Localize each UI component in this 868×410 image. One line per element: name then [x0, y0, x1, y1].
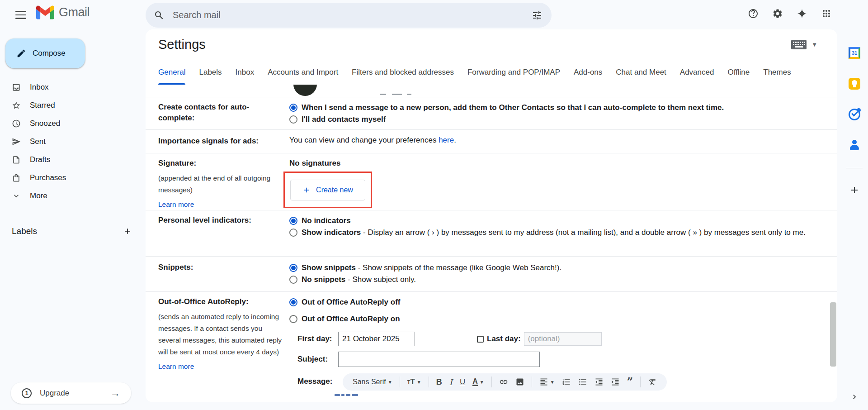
create-new-label: Create new [316, 186, 353, 194]
arrow-right-icon: → [110, 387, 120, 399]
row-personal-level-indicators: Personal level indicators: No indicators… [146, 210, 837, 257]
row-snippets: Snippets: Show snippets - Show snippets … [146, 257, 837, 292]
row-label: Snippets: [158, 263, 193, 272]
last-day-input[interactable] [524, 332, 602, 346]
row-description: (sends an automated reply to incoming me… [158, 311, 285, 358]
contacts-icon[interactable] [845, 136, 863, 154]
learn-more-link[interactable]: Learn more [158, 362, 194, 371]
tab-inbox[interactable]: Inbox [236, 60, 255, 85]
text-color-icon[interactable]: A▼ [470, 375, 486, 389]
sidebar-item-sent[interactable]: Sent [0, 133, 140, 151]
numbered-list-icon[interactable] [559, 375, 574, 389]
learn-more-link[interactable]: Learn more [158, 200, 194, 209]
upgrade-button[interactable]: 1 Upgrade → [11, 382, 131, 404]
tune-icon[interactable] [527, 5, 547, 25]
formatting-toolbar: Sans Serif▼ TT▼ B I U A▼ ▼ [343, 373, 667, 391]
tasks-icon[interactable] [845, 105, 863, 124]
sidebar-item-label: Inbox [30, 83, 49, 92]
gemini-icon[interactable] [792, 4, 812, 24]
tab-general[interactable]: General [158, 60, 185, 85]
sidebar-item-drafts[interactable]: Drafts [0, 151, 140, 169]
sidebar-item-starred[interactable]: Starred [0, 96, 140, 114]
tab-themes[interactable]: Themes [763, 60, 791, 85]
here-link[interactable]: here [439, 136, 454, 144]
calendar-icon[interactable]: 31 [845, 44, 863, 62]
sidebar-item-inbox[interactable]: Inbox [0, 78, 140, 96]
panel-divider [846, 168, 863, 168]
bulleted-list-icon[interactable] [576, 375, 590, 389]
row-signature: Signature: (appended at the end of all o… [146, 153, 837, 210]
toolbar-divider [640, 377, 641, 387]
option-label: Out of Office AutoReply off [302, 296, 400, 308]
send-icon [12, 137, 21, 146]
toolbar-divider [491, 377, 492, 387]
tab-forwarding-and-pop-imap[interactable]: Forwarding and POP/IMAP [467, 60, 560, 85]
row-importance-signals: Importance signals for ads: You can view… [146, 130, 837, 153]
radio-selected[interactable] [289, 104, 297, 112]
radio-selected[interactable] [289, 264, 297, 272]
first-day-input[interactable] [338, 332, 415, 346]
option-label: Out of Office AutoReply on [302, 313, 400, 325]
clipped-text-fragment [407, 94, 411, 95]
page-title: Settings [158, 37, 206, 52]
keep-icon[interactable] [845, 75, 863, 93]
tab-offline[interactable]: Offline [727, 60, 750, 85]
search-bar [146, 3, 552, 28]
row-label: Out-of-Office AutoReply: [158, 297, 249, 306]
settings-gear-icon[interactable] [768, 4, 788, 24]
gmail-logo: Gmail [36, 5, 90, 19]
scrollbar-thumb[interactable] [830, 302, 836, 367]
tab-add-ons[interactable]: Add-ons [574, 60, 602, 85]
insert-link-icon[interactable] [496, 375, 511, 389]
compose-button[interactable]: Compose [5, 38, 85, 68]
get-add-ons-icon[interactable] [845, 181, 863, 199]
sidebar-item-snoozed[interactable]: Snoozed [0, 114, 140, 133]
tab-filters-and-blocked-addresses[interactable]: Filters and blocked addresses [352, 60, 454, 85]
search-icon[interactable] [149, 5, 169, 25]
tab-chat-and-meet[interactable]: Chat and Meet [616, 60, 666, 85]
row-description: (appended at the end of all outgoing mes… [158, 172, 285, 196]
add-label-icon[interactable] [120, 224, 135, 238]
align-icon[interactable]: ▼ [537, 375, 557, 389]
search-input[interactable] [169, 10, 527, 20]
message-label: Message: [297, 377, 338, 386]
quote-icon[interactable]: ” [624, 375, 636, 389]
menu-icon[interactable] [10, 5, 32, 24]
font-size-icon[interactable]: TT▼ [405, 375, 424, 389]
tab-accounts-and-import[interactable]: Accounts and Import [268, 60, 338, 85]
option-label: Show snippets [302, 263, 356, 272]
radio-unselected[interactable] [289, 115, 297, 124]
tab-labels[interactable]: Labels [199, 60, 222, 85]
font-family-button[interactable]: Sans Serif▼ [350, 375, 395, 389]
radio-selected[interactable] [289, 298, 297, 306]
bold-icon[interactable]: B [434, 375, 445, 389]
create-new-button[interactable]: Create new [290, 180, 365, 200]
hide-side-panel-icon[interactable] [850, 392, 859, 403]
clear-formatting-icon[interactable] [645, 375, 660, 389]
indent-icon[interactable] [608, 375, 623, 389]
input-tools-toggle[interactable]: ▼ [791, 39, 817, 50]
row-create-contacts: Create contacts for auto-complete: When … [146, 97, 837, 130]
underline-icon[interactable]: U [457, 375, 468, 389]
clipped-link-fragment [335, 394, 816, 396]
subject-label: Subject: [297, 355, 338, 364]
settings-card: Settings ▼ General Labels Inbox Accounts… [146, 29, 837, 402]
outdent-icon[interactable] [592, 375, 606, 389]
sidebar-item-label: More [30, 191, 47, 200]
radio-unselected[interactable] [289, 276, 297, 284]
tab-advanced[interactable]: Advanced [680, 60, 714, 85]
clipped-text-fragment [380, 94, 386, 95]
row-label: Create contacts for auto-complete: [158, 103, 249, 122]
apps-grid-icon[interactable] [816, 4, 836, 24]
subject-input[interactable] [338, 352, 540, 367]
radio-unselected[interactable] [289, 229, 297, 237]
keyboard-icon [791, 39, 808, 50]
italic-icon[interactable]: I [447, 375, 455, 389]
insert-image-icon[interactable] [513, 375, 527, 389]
sidebar-item-purchases[interactable]: Purchases [0, 169, 140, 187]
sidebar-item-more[interactable]: More [0, 187, 140, 205]
help-icon[interactable] [743, 4, 763, 24]
radio-unselected[interactable] [289, 315, 297, 323]
last-day-checkbox[interactable] [477, 336, 484, 343]
radio-selected[interactable] [289, 217, 297, 225]
